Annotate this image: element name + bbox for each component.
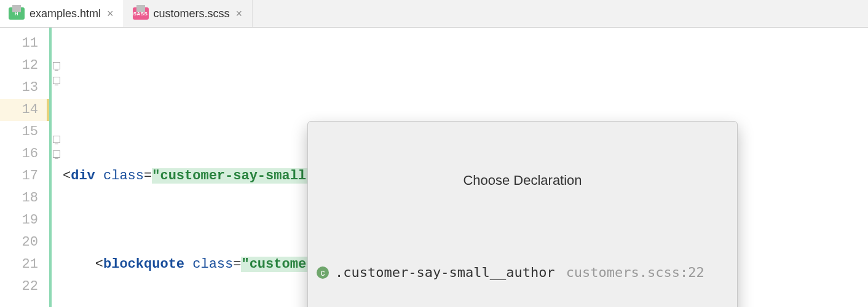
close-icon[interactable]: × (235, 7, 244, 20)
html-file-icon: H (9, 7, 25, 20)
code-area[interactable]: <div class="customer-say-small"> <blockq… (63, 28, 868, 307)
fold-toggle-icon[interactable] (53, 136, 60, 143)
editor: 11 12 13 14 15 16 17 18 19 20 21 22 <div… (0, 28, 868, 307)
declaration-location: customers.scss:22 (566, 262, 704, 284)
sass-file-icon: SASS (133, 7, 149, 20)
tab-bar: H examples.html × SASS customers.scss × (0, 0, 868, 28)
code-line (63, 77, 868, 99)
tab-customers-scss[interactable]: SASS customers.scss × (124, 0, 253, 27)
declaration-popup: Choose Declaration c .customer-say-small… (307, 121, 738, 307)
fold-toggle-icon[interactable] (53, 77, 60, 84)
tab-examples-html[interactable]: H examples.html × (0, 0, 124, 27)
close-icon[interactable]: × (106, 7, 115, 20)
selector-kind-icon: c (317, 266, 329, 279)
declaration-symbol: .customer-say-small__author (335, 262, 555, 284)
line-number-gutter: 11 12 13 14 15 16 17 18 19 20 21 22 (0, 28, 49, 307)
fold-gutter (49, 28, 63, 307)
tab-label: examples.html (30, 7, 101, 20)
popup-title: Choose Declaration (308, 166, 737, 194)
tab-label: customers.scss (154, 7, 230, 20)
fold-toggle-icon[interactable] (53, 62, 60, 69)
fold-toggle-icon[interactable] (53, 150, 60, 158)
declaration-option[interactable]: c .customer-say-small__author customers.… (308, 260, 737, 285)
